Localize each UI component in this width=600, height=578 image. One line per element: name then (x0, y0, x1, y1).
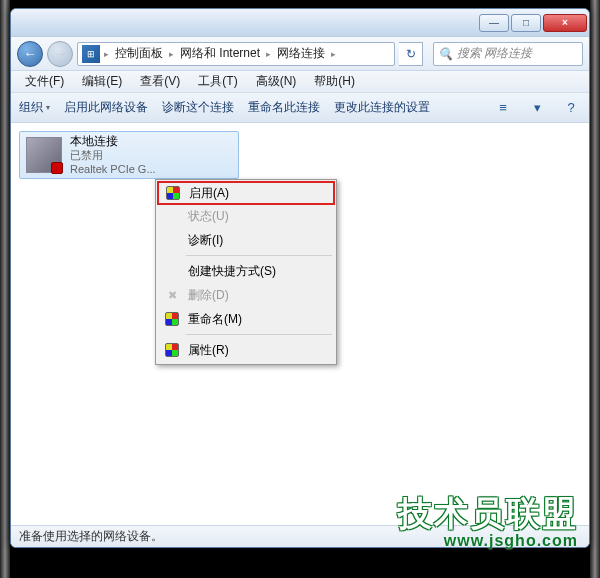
organize-button[interactable]: 组织▾ (19, 99, 50, 116)
menubar: 文件(F) 编辑(E) 查看(V) 工具(T) 高级(N) 帮助(H) (11, 71, 589, 93)
toolbar: 组织▾ 启用此网络设备 诊断这个连接 重命名此连接 更改此连接的设置 ≡ ▾ ? (11, 93, 589, 123)
navigation-bar: ← → ⊞ ▸ 控制面板 ▸ 网络和 Internet ▸ 网络连接 ▸ ↻ 🔍… (11, 37, 589, 71)
context-diagnose[interactable]: 诊断(I) (158, 228, 334, 252)
change-settings-button[interactable]: 更改此连接的设置 (334, 99, 430, 116)
delete-icon: ✖ (164, 287, 180, 303)
status-bar: 准备使用选择的网络设备。 (11, 525, 589, 547)
status-text: 准备使用选择的网络设备。 (19, 528, 163, 545)
chevron-down-icon: ▾ (46, 103, 50, 112)
explorer-window: — □ × ← → ⊞ ▸ 控制面板 ▸ 网络和 Internet ▸ 网络连接… (10, 8, 590, 548)
breadcrumb-control-panel[interactable]: 控制面板 (109, 43, 169, 65)
diagnose-button[interactable]: 诊断这个连接 (162, 99, 234, 116)
context-delete: ✖ 删除(D) (158, 283, 334, 307)
separator (186, 255, 332, 256)
menu-file[interactable]: 文件(F) (17, 71, 72, 92)
network-adapter-icon (26, 137, 62, 173)
context-create-shortcut[interactable]: 创建快捷方式(S) (158, 259, 334, 283)
breadcrumb[interactable]: ⊞ ▸ 控制面板 ▸ 网络和 Internet ▸ 网络连接 ▸ (77, 42, 395, 66)
breadcrumb-network-connections[interactable]: 网络连接 (271, 43, 331, 65)
help-icon[interactable]: ? (561, 98, 581, 118)
titlebar: — □ × (11, 9, 589, 37)
enable-device-button[interactable]: 启用此网络设备 (64, 99, 148, 116)
context-status: 状态(U) (158, 204, 334, 228)
shield-icon (164, 342, 180, 358)
view-dropdown[interactable]: ▾ (527, 98, 547, 118)
menu-advanced[interactable]: 高级(N) (248, 71, 305, 92)
connection-status: 已禁用 (70, 148, 232, 162)
menu-help[interactable]: 帮助(H) (306, 71, 363, 92)
menu-view[interactable]: 查看(V) (132, 71, 188, 92)
location-icon: ⊞ (82, 45, 100, 63)
search-input[interactable]: 🔍 搜索 网络连接 (433, 42, 583, 66)
refresh-button[interactable]: ↻ (399, 42, 423, 66)
shield-icon (164, 311, 180, 327)
content-area[interactable]: 本地连接 已禁用 Realtek PCIe G... 启用(A) 状态(U) 诊… (11, 123, 589, 525)
close-button[interactable]: × (543, 14, 587, 32)
back-button[interactable]: ← (17, 41, 43, 67)
separator (186, 334, 332, 335)
search-placeholder: 搜索 网络连接 (457, 45, 532, 62)
menu-tools[interactable]: 工具(T) (190, 71, 245, 92)
context-menu: 启用(A) 状态(U) 诊断(I) 创建快捷方式(S) ✖ 删除(D) 重命名(… (155, 179, 337, 365)
chevron-right-icon: ▸ (331, 49, 336, 59)
context-enable[interactable]: 启用(A) (157, 181, 335, 205)
connection-text: 本地连接 已禁用 Realtek PCIe G... (70, 134, 232, 176)
forward-button[interactable]: → (47, 41, 73, 67)
context-rename[interactable]: 重命名(M) (158, 307, 334, 331)
connection-item[interactable]: 本地连接 已禁用 Realtek PCIe G... (19, 131, 239, 179)
rename-button[interactable]: 重命名此连接 (248, 99, 320, 116)
breadcrumb-network-internet[interactable]: 网络和 Internet (174, 43, 266, 65)
minimize-button[interactable]: — (479, 14, 509, 32)
search-icon: 🔍 (438, 47, 453, 61)
connection-name: 本地连接 (70, 134, 232, 148)
context-properties[interactable]: 属性(R) (158, 338, 334, 362)
shield-icon (165, 185, 181, 201)
connection-device: Realtek PCIe G... (70, 162, 232, 176)
view-mode-button[interactable]: ≡ (493, 98, 513, 118)
menu-edit[interactable]: 编辑(E) (74, 71, 130, 92)
maximize-button[interactable]: □ (511, 14, 541, 32)
